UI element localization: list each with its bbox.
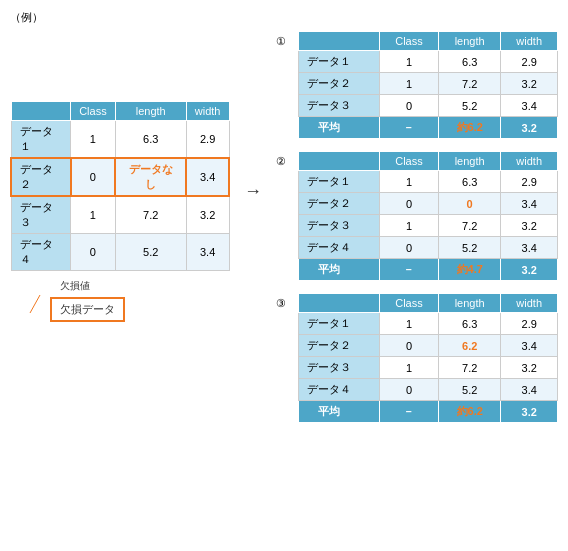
cell-class: 0 [71, 158, 116, 196]
cell: 2.9 [501, 51, 558, 73]
cell: 6.3 [439, 51, 501, 73]
annotation-missing-value-label: 欠損値 [60, 279, 230, 293]
right-table-block-1: ① Class length width データ１ 1 [276, 31, 558, 139]
right-table-wrapper-1: Class length width データ１ 1 6.3 2.9 [298, 31, 558, 139]
col-width: width [501, 32, 558, 51]
table-row-missing: データ２ 0 データなし 3.4 [11, 158, 229, 196]
cell: 7.2 [439, 357, 501, 379]
cell: 1 [379, 313, 438, 335]
right-table-3: Class length width データ１ 1 6.3 2.9 [298, 293, 558, 423]
avg-class: － [379, 401, 438, 423]
avg-length: 約6.2 [439, 401, 501, 423]
cell: 3.4 [501, 193, 558, 215]
right-table-2: Class length width データ１ 1 6.3 2.9 [298, 151, 558, 281]
col-class: Class [379, 294, 438, 313]
left-col-header-class: Class [71, 102, 116, 121]
table-row: データ２ 1 7.2 3.2 [299, 73, 558, 95]
cell: 0 [379, 379, 438, 401]
table-row: データ１ 1 6.3 2.9 [299, 171, 558, 193]
cell: 0 [379, 335, 438, 357]
col-empty [299, 152, 380, 171]
annotation-arrow-icon [20, 295, 50, 315]
row-label: データ４ [299, 237, 380, 259]
svg-line-0 [30, 295, 40, 313]
avg-width: 3.2 [501, 117, 558, 139]
row-label: データ３ [11, 196, 71, 234]
cell: 5.2 [439, 237, 501, 259]
row-label: データ１ [299, 313, 380, 335]
left-section: Class length width データ１ 1 6.3 2.9 データ２ 0 [10, 31, 230, 322]
circle-label-3: ③ [276, 293, 292, 310]
cell-class: 1 [71, 121, 116, 159]
cell: 0 [379, 193, 438, 215]
col-length: length [439, 152, 501, 171]
row-label: データ１ [11, 121, 71, 159]
cell: 3.4 [501, 95, 558, 117]
avg-width: 3.2 [501, 401, 558, 423]
main-layout: Class length width データ１ 1 6.3 2.9 データ２ 0 [10, 31, 558, 423]
left-table: Class length width データ１ 1 6.3 2.9 データ２ 0 [10, 101, 230, 271]
arrow-icon: → [244, 181, 262, 202]
cell-highlight: 0 [439, 193, 501, 215]
cell: 7.2 [439, 73, 501, 95]
left-col-header-width: width [186, 102, 229, 121]
annotation-missing-box: 欠損データ [50, 297, 125, 322]
cell-class: 0 [71, 234, 116, 271]
avg-label: 平均 [299, 259, 380, 281]
col-width: width [501, 152, 558, 171]
col-empty [299, 294, 380, 313]
cell: 2.9 [501, 171, 558, 193]
col-length: length [439, 32, 501, 51]
table-row: データ１ 1 6.3 2.9 [11, 121, 229, 159]
table-row: データ１ 1 6.3 2.9 [299, 51, 558, 73]
avg-length-highlight: 約4.7 [457, 263, 483, 275]
cell: 5.2 [439, 379, 501, 401]
avg-label: 平均 [299, 117, 380, 139]
cell: 3.2 [501, 357, 558, 379]
row-label: データ４ [11, 234, 71, 271]
example-label: （例） [10, 10, 558, 25]
row-label: データ２ [299, 335, 380, 357]
avg-length-highlight: 約6.2 [457, 405, 483, 417]
cell-length: 5.2 [115, 234, 186, 271]
cell: 1 [379, 171, 438, 193]
table-row: データ３ 0 5.2 3.4 [299, 95, 558, 117]
annotation-section: 欠損値 欠損データ [20, 279, 230, 322]
left-col-header-empty [11, 102, 71, 121]
cell-width: 2.9 [186, 121, 229, 159]
avg-class: － [379, 259, 438, 281]
table-row: データ３ 1 7.2 3.2 [299, 357, 558, 379]
cell-orange-2: 6.2 [462, 340, 477, 352]
right-table-block-3: ③ Class length width データ１ 1 [276, 293, 558, 423]
col-length: length [439, 294, 501, 313]
table-row: データ４ 0 5.2 3.4 [299, 379, 558, 401]
row-label: データ４ [299, 379, 380, 401]
cell: 1 [379, 215, 438, 237]
avg-row: 平均 － 約4.7 3.2 [299, 259, 558, 281]
right-table-1: Class length width データ１ 1 6.3 2.9 [298, 31, 558, 139]
avg-length-highlight: 約6.2 [457, 121, 483, 133]
row-label: データ２ [299, 73, 380, 95]
cell: 6.3 [439, 313, 501, 335]
cell: 2.9 [501, 313, 558, 335]
col-class: Class [379, 152, 438, 171]
cell-orange: 0 [467, 198, 473, 210]
table-row: データ３ 1 7.2 3.2 [299, 215, 558, 237]
table-row: データ４ 0 5.2 3.4 [11, 234, 229, 271]
cell: 1 [379, 51, 438, 73]
cell-highlight: 6.2 [439, 335, 501, 357]
cell: 0 [379, 95, 438, 117]
cell: 0 [379, 237, 438, 259]
cell-length: 7.2 [115, 196, 186, 234]
avg-class: － [379, 117, 438, 139]
cell-class: 1 [71, 196, 116, 234]
avg-width: 3.2 [501, 259, 558, 281]
cell: 3.2 [501, 215, 558, 237]
avg-length: 約6.2 [439, 117, 501, 139]
avg-row: 平均 － 約6.2 3.2 [299, 401, 558, 423]
cell-missing: データなし [115, 158, 186, 196]
right-table-wrapper-2: Class length width データ１ 1 6.3 2.9 [298, 151, 558, 281]
row-label: データ２ [299, 193, 380, 215]
col-empty [299, 32, 380, 51]
table-row: データ１ 1 6.3 2.9 [299, 313, 558, 335]
